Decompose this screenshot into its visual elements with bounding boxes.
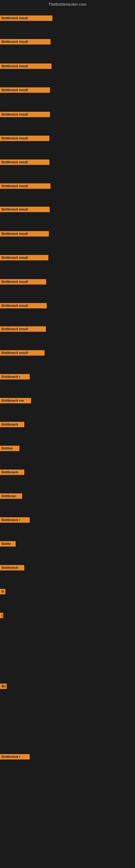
bottleneck-item-26: | (0, 613, 3, 619)
bottleneck-badge-24[interactable]: Bottleneck (0, 565, 24, 570)
bottleneck-item-18: Bottleneck (0, 422, 24, 428)
bottleneck-item-24: Bottleneck (0, 565, 24, 571)
bottleneck-badge-23[interactable]: Bottle (0, 541, 16, 547)
bottleneck-item-27: Bo (0, 684, 7, 690)
bottleneck-item-7: Bottleneck result (0, 159, 49, 166)
bottleneck-item-10: Bottleneck result (0, 231, 49, 238)
bottleneck-item-17: Bottleneck res (0, 398, 31, 404)
bottleneck-badge-9[interactable]: Bottleneck result (0, 207, 50, 212)
bottleneck-item-11: Bottleneck result (0, 255, 48, 261)
bottleneck-badge-8[interactable]: Bottleneck result (0, 183, 50, 189)
bottleneck-item-23: Bottle (0, 541, 16, 548)
bottleneck-badge-2[interactable]: Bottleneck result (0, 39, 50, 44)
site-header: TheBottlenecker.com (0, 0, 135, 8)
bottleneck-item-13: Bottleneck result (0, 303, 47, 310)
bottleneck-item-8: Bottleneck result (0, 183, 50, 190)
bottleneck-badge-21[interactable]: Bottlenec (0, 493, 22, 499)
bottleneck-item-3: Bottleneck result (0, 63, 52, 70)
bottleneck-badge-6[interactable]: Bottleneck result (0, 135, 49, 141)
bottleneck-item-22: Bottleneck r (0, 517, 30, 524)
bottleneck-badge-28[interactable]: Bottleneck r (0, 754, 30, 760)
bottleneck-badge-15[interactable]: Bottleneck result (0, 350, 45, 355)
bottleneck-badge-7[interactable]: Bottleneck result (0, 159, 49, 165)
bottleneck-badge-5[interactable]: Bottleneck result (0, 112, 50, 117)
bottleneck-item-21: Bottlenec (0, 493, 22, 500)
bottleneck-badge-1[interactable]: Bottleneck result (0, 16, 52, 21)
bottleneck-badge-19[interactable]: Bottlen (0, 446, 19, 451)
bottleneck-badge-17[interactable]: Bottleneck res (0, 398, 31, 403)
bottleneck-item-6: Bottleneck result (0, 135, 49, 142)
bottleneck-badge-10[interactable]: Bottleneck result (0, 231, 49, 237)
bottleneck-badge-26[interactable]: | (0, 613, 3, 618)
bottleneck-item-9: Bottleneck result (0, 207, 50, 213)
bottleneck-item-16: Bottleneck r (0, 374, 30, 380)
bottleneck-item-19: Bottlen (0, 446, 19, 452)
bottleneck-badge-20[interactable]: Bottleneck (0, 469, 24, 475)
bottleneck-item-4: Bottleneck result (0, 87, 50, 94)
bottleneck-item-12: Bottleneck result (0, 279, 46, 286)
bottleneck-badge-13[interactable]: Bottleneck result (0, 303, 47, 308)
bottleneck-item-2: Bottleneck result (0, 39, 50, 45)
bottleneck-badge-11[interactable]: Bottleneck result (0, 255, 48, 260)
bottleneck-badge-25[interactable]: B (0, 589, 5, 594)
bottleneck-badge-14[interactable]: Bottleneck result (0, 326, 46, 332)
bottleneck-badge-3[interactable]: Bottleneck result (0, 63, 52, 69)
bottleneck-badge-4[interactable]: Bottleneck result (0, 87, 50, 93)
bottleneck-badge-18[interactable]: Bottleneck (0, 422, 24, 427)
bottleneck-item-15: Bottleneck result (0, 350, 45, 357)
bottleneck-item-5: Bottleneck result (0, 112, 50, 118)
bottleneck-badge-12[interactable]: Bottleneck result (0, 279, 46, 284)
bottleneck-item-1: Bottleneck result (0, 16, 52, 22)
bottleneck-badge-27[interactable]: Bo (0, 684, 7, 689)
bottleneck-badge-16[interactable]: Bottleneck r (0, 374, 30, 379)
bottleneck-item-28: Bottleneck r (0, 754, 30, 761)
bottleneck-item-20: Bottleneck (0, 469, 24, 476)
bottleneck-badge-22[interactable]: Bottleneck r (0, 517, 30, 523)
bottleneck-item-25: B (0, 589, 5, 595)
bottleneck-item-14: Bottleneck result (0, 326, 46, 333)
